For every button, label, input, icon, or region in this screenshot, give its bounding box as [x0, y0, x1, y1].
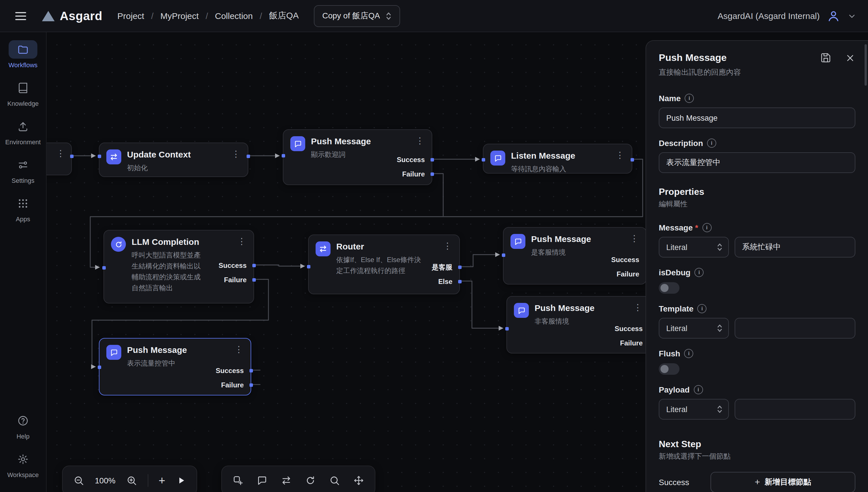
- node-push-message-welcome[interactable]: Push Message 顯示歡迎詞 ⋮ Success Failure: [283, 129, 432, 185]
- isdebug-label: isDebug i: [659, 268, 855, 277]
- kebab-menu-icon[interactable]: ⋮: [229, 149, 243, 159]
- swap-icon: [316, 241, 330, 256]
- kebab-menu-icon[interactable]: ⋮: [613, 151, 627, 160]
- output-port-success[interactable]: [249, 369, 253, 372]
- close-icon[interactable]: [845, 53, 855, 63]
- output-port[interactable]: [246, 155, 250, 158]
- chevron-down-icon[interactable]: [847, 11, 857, 20]
- hamburger-menu-icon[interactable]: [11, 7, 30, 25]
- message-value-input[interactable]: [735, 237, 855, 257]
- chat-bubble-icon: [106, 345, 121, 360]
- isdebug-toggle[interactable]: [659, 282, 679, 294]
- sidebar-item-settings[interactable]: Settings: [2, 156, 44, 184]
- add-icon[interactable]: +: [159, 475, 165, 486]
- info-icon[interactable]: i: [702, 223, 711, 232]
- llm-node-icon[interactable]: [305, 475, 316, 486]
- output-port-failure[interactable]: [430, 172, 434, 176]
- output-port-failure[interactable]: [252, 278, 255, 281]
- template-type-select[interactable]: Literal: [659, 318, 729, 339]
- info-icon[interactable]: i: [707, 139, 716, 148]
- output-port-success[interactable]: [430, 158, 434, 162]
- zoom-out-icon[interactable]: [73, 475, 84, 486]
- sidebar-item-workflows[interactable]: Workflows: [2, 40, 44, 68]
- sidebar-item-workspace[interactable]: Workspace: [2, 450, 44, 478]
- breadcrumb-collection[interactable]: Collection: [215, 11, 253, 21]
- kebab-menu-icon[interactable]: ⋮: [627, 234, 642, 243]
- description-label: Description i: [659, 139, 855, 148]
- sidebar-bottom: Help Workspace: [2, 412, 44, 492]
- kebab-menu-icon[interactable]: ⋮: [440, 241, 455, 251]
- input-port[interactable]: [505, 327, 509, 330]
- kebab-menu-icon[interactable]: ⋮: [413, 136, 427, 146]
- kebab-menu-icon[interactable]: ⋮: [630, 303, 645, 312]
- input-port[interactable]: [281, 154, 285, 157]
- info-icon[interactable]: i: [684, 349, 694, 358]
- panel-scrollbar[interactable]: [865, 44, 867, 85]
- next-step-title: Next Step: [659, 439, 855, 449]
- zoom-in-icon[interactable]: [126, 475, 138, 486]
- node-title: Push Message: [531, 234, 591, 245]
- sidebar-item-help[interactable]: Help: [2, 412, 44, 440]
- output-label-success: Success: [611, 253, 639, 267]
- sidebar-label: Settings: [11, 177, 34, 184]
- node-llm-completion[interactable]: LLM Completion 呼叫大型語言模型並產生結構化的資料輸出以輔助流程的…: [103, 230, 254, 303]
- fit-view-icon[interactable]: [353, 475, 365, 486]
- name-input[interactable]: [659, 107, 855, 128]
- node-push-message-noncs[interactable]: Push Message 非客服情境 ⋮ Success Failure: [506, 296, 650, 353]
- node-push-message-flow-control[interactable]: Push Message 表示流量控管中 ⋮ Success Failure: [99, 338, 251, 395]
- add-target-node-button-success[interactable]: + 新增目標節點: [711, 472, 855, 492]
- output-label-failure: Failure: [221, 378, 244, 392]
- kebab-menu-icon[interactable]: ⋮: [232, 345, 246, 354]
- message-type-select[interactable]: Literal: [659, 237, 729, 257]
- output-port-success[interactable]: [252, 264, 255, 267]
- account-menu[interactable]: AsgardAI (Asgard Internal): [718, 9, 857, 23]
- output-port-iscs[interactable]: [458, 266, 461, 269]
- next-step-subtitle: 新增或選擇下一個節點: [659, 452, 855, 462]
- info-icon[interactable]: i: [685, 94, 694, 103]
- workflow-version-select[interactable]: Copy of 飯店QA: [314, 5, 400, 27]
- router-node-icon[interactable]: [280, 475, 292, 486]
- kebab-menu-icon[interactable]: ⋮: [53, 149, 68, 158]
- output-port-failure[interactable]: [249, 384, 253, 387]
- input-port[interactable]: [102, 266, 105, 270]
- input-port[interactable]: [97, 155, 101, 158]
- node-update-context[interactable]: Update Context 初始化 ⋮: [99, 143, 248, 177]
- info-icon[interactable]: i: [698, 304, 707, 313]
- node-listen-message[interactable]: Listen Message 等待訊息內容輸入 ⋮: [483, 144, 632, 174]
- input-port[interactable]: [97, 366, 101, 369]
- asgard-logo[interactable]: Asgard: [41, 9, 102, 23]
- description-input[interactable]: [659, 152, 855, 173]
- node-push-message-cs[interactable]: Push Message 是客服情境 ⋮ Success Failure: [503, 227, 647, 285]
- node-subtitle: 等待訊息內容輸入: [511, 164, 575, 175]
- info-icon[interactable]: i: [694, 385, 703, 394]
- kebab-menu-icon[interactable]: ⋮: [234, 237, 249, 246]
- output-port[interactable]: [70, 155, 73, 158]
- breadcrumb-myproject[interactable]: MyProject: [160, 11, 199, 21]
- node-subtitle: 表示流量控管中: [127, 358, 187, 369]
- payload-type-select[interactable]: Literal: [659, 399, 729, 420]
- output-label-success: Success: [216, 364, 244, 378]
- sidebar-item-knowledge[interactable]: Knowledge: [2, 79, 44, 107]
- message-node-icon[interactable]: [256, 475, 268, 486]
- add-node-icon[interactable]: [232, 475, 244, 486]
- save-icon[interactable]: [820, 52, 831, 63]
- payload-value-input[interactable]: [735, 399, 855, 420]
- search-icon[interactable]: [329, 475, 340, 486]
- output-port[interactable]: [630, 158, 634, 162]
- breadcrumb-current[interactable]: 飯店QA: [269, 10, 299, 21]
- run-workflow-icon[interactable]: [176, 475, 186, 486]
- input-port[interactable]: [501, 253, 505, 257]
- node-router[interactable]: Router 依據If、Else If、Else條件決定工作流程執行的路徑 ⋮ …: [308, 235, 460, 294]
- input-port[interactable]: [307, 265, 310, 268]
- sidebar-item-apps[interactable]: Apps: [2, 194, 44, 222]
- output-port-else[interactable]: [458, 280, 461, 284]
- template-value-input[interactable]: [735, 318, 855, 339]
- sidebar-item-environment[interactable]: Environment: [2, 117, 44, 145]
- node-title: Push Message: [535, 303, 594, 314]
- flush-toggle[interactable]: [659, 363, 679, 375]
- breadcrumb-project[interactable]: Project: [117, 11, 144, 21]
- input-port[interactable]: [481, 158, 485, 162]
- node-partial[interactable]: ⋮: [47, 143, 72, 175]
- info-icon[interactable]: i: [694, 268, 703, 277]
- knowledge-book-icon: [9, 79, 38, 97]
